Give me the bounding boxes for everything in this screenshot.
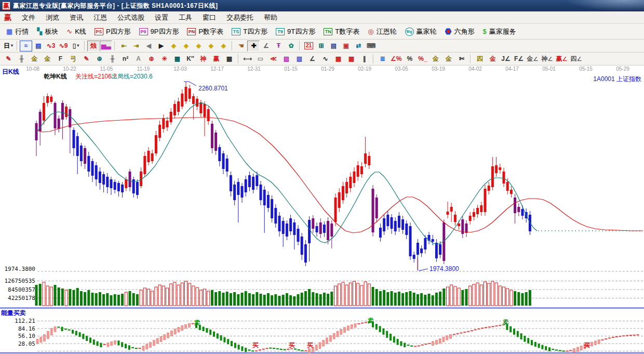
f-angle-tool[interactable]: F∠ (512, 54, 525, 64)
gann-box2-tool[interactable]: ▦ (345, 54, 358, 64)
si-tool[interactable]: 四 (473, 54, 486, 64)
cycle-tool-button[interactable]: ✿ (285, 41, 297, 51)
gann-box-tool[interactable]: ▦ (332, 54, 345, 64)
expand-chart-button[interactable]: ◈ (217, 41, 230, 51)
t-square-button[interactable]: TST四方形 (227, 25, 272, 38)
menu-item-1[interactable]: 浏览 (41, 11, 64, 24)
si-angle-tool[interactable]: 四∠ (569, 54, 583, 64)
width-tool[interactable]: ⟷ (241, 54, 254, 64)
percent-line-tool[interactable]: %_ (416, 54, 429, 64)
histogram-button[interactable]: ▅▃ (100, 41, 112, 51)
parallel-lines-tool[interactable]: ∥ (358, 54, 371, 64)
calendar-21-button[interactable]: 21 (302, 41, 315, 51)
menu-item-7[interactable]: 窗口 (197, 11, 221, 24)
terminal-button[interactable]: ⌨ (365, 41, 377, 51)
crosshair-button[interactable]: ✚ (247, 41, 260, 51)
angle-tool-button[interactable]: ∠ (260, 41, 272, 51)
fan-box2-tool[interactable]: ▧ (293, 54, 306, 64)
last-bar-button[interactable]: ⇥ (130, 41, 142, 51)
n2-grid-tool[interactable]: n² (119, 54, 132, 64)
period-day-button[interactable]: 日▾ (2, 41, 15, 51)
quotes-button[interactable]: ▦行情 (2, 25, 33, 38)
compress-chart-button[interactable]: ◈ (205, 41, 217, 51)
width-icon: ⟷ (243, 56, 252, 62)
angle-lines-tool[interactable]: ∠ (306, 54, 319, 64)
menu-item-0[interactable]: 文件 (17, 11, 41, 24)
menu-item-2[interactable]: 资讯 (64, 11, 88, 24)
candle-style-button[interactable]: ▯▾ (70, 41, 82, 51)
price-grid-tool[interactable]: ╫ (15, 54, 28, 64)
menu-item-4[interactable]: 公式选股 (112, 11, 150, 24)
mirror-tool[interactable]: A (132, 54, 145, 64)
ray-fan-tool[interactable]: ≪ (267, 54, 280, 64)
gold-angle-icon: 金∠ (527, 56, 538, 62)
pen-grid-tool[interactable]: ✎ (80, 54, 93, 64)
gold-grid2-tool[interactable]: 金 (41, 54, 54, 64)
p-number-table-icon: PN (187, 28, 196, 35)
hexagon-button[interactable]: 六角形 (441, 25, 479, 38)
zigzag-tool[interactable]: ∿ (319, 54, 332, 64)
percent-tool[interactable]: % (403, 54, 416, 64)
squeeze-right-button[interactable]: ◈ (180, 41, 192, 51)
notepad-button[interactable]: ▤ (327, 41, 340, 51)
next-bar-button[interactable]: ▶ (155, 41, 167, 51)
star-web-tool[interactable]: ✳ (158, 54, 171, 64)
k-notation-tool[interactable]: K″ (184, 54, 197, 64)
save-button[interactable]: ▣ (340, 41, 352, 51)
prev-bar-button[interactable]: ◀ (142, 41, 155, 51)
t-number-table-button[interactable]: TNT数字表 (319, 25, 364, 38)
web-box-tool[interactable]: ▩ (171, 54, 184, 64)
p-square-button[interactable]: PSP四方形 (90, 25, 135, 38)
expand-horizontal-button[interactable]: ◈ (192, 41, 205, 51)
menu-item-3[interactable]: 江恩 (88, 11, 112, 24)
shen-tool[interactable]: 神 (197, 54, 210, 64)
menu-item-9[interactable]: 帮助 (259, 11, 283, 24)
gold-grid-tool[interactable]: 金 (28, 54, 41, 64)
p-number-table-button[interactable]: PNP数字表 (183, 25, 227, 38)
winner-wheel-button[interactable]: Big赢家轮 (401, 25, 441, 38)
circle-grid-tool[interactable]: ⊕ (93, 54, 106, 64)
pan-hand-button[interactable]: ☚ (235, 41, 247, 51)
menu-item-6[interactable]: 工具 (173, 11, 197, 24)
scissors-tool[interactable]: ✄ (455, 54, 468, 64)
j-angle-tool[interactable]: J∠ (499, 54, 512, 64)
ying-tool[interactable]: 赢 (210, 54, 223, 64)
kline-chart[interactable]: 卖卖卖买买买买2260.87011974.3800 (0, 65, 644, 354)
wave-chart-button[interactable]: ≈ (20, 41, 32, 51)
9p-square-button[interactable]: P99P四方形 (135, 25, 183, 38)
next-bar-icon: ▶ (159, 43, 164, 49)
chart-area[interactable]: 10-0810-2211-0511-1912-0312-1712-3101-15… (0, 65, 644, 354)
target-tool[interactable]: ⊕ (145, 54, 158, 64)
small-kline-9-button[interactable]: ∿9 (57, 41, 70, 51)
kline-button[interactable]: ∿K线 (62, 25, 90, 38)
percent-angle-tool[interactable]: ∠% (389, 54, 403, 64)
winner-service-button[interactable]: $赢家服务 (479, 25, 520, 38)
retracement-tool[interactable]: ≣ (376, 54, 389, 64)
f-grid-tool[interactable]: F (54, 54, 67, 64)
sectors-button[interactable]: ▚板块 (33, 25, 62, 38)
golden-line-tool[interactable]: 金 (442, 54, 455, 64)
info-list-button[interactable]: ▤ (32, 41, 45, 51)
small-kline-3-button[interactable]: ∿3 (45, 41, 57, 51)
network-button[interactable]: ⇄ (352, 41, 365, 51)
fan-box-tool[interactable]: ▨ (280, 54, 293, 64)
plain-grid-tool[interactable]: ╫ (106, 54, 119, 64)
ying-angle-tool[interactable]: 赢∠ (554, 54, 569, 64)
box-tool[interactable]: ▭ (254, 54, 267, 64)
pen-tool[interactable]: ✎ (2, 54, 15, 64)
golden-circle-tool[interactable]: 金 (429, 54, 442, 64)
shen-angle-tool[interactable]: 神∠ (540, 54, 554, 64)
menu-item-5[interactable]: 设置 (150, 11, 173, 24)
spiral-grid-tool[interactable]: 弓 (67, 54, 80, 64)
gann-wheel-button[interactable]: ◎江恩轮 (364, 25, 400, 38)
menu-item-8[interactable]: 交易委托 (221, 11, 259, 24)
gold-angle-tool[interactable]: 金∠ (525, 54, 540, 64)
squeeze-left-button[interactable]: ◈ (167, 41, 180, 51)
ruler-grid-tool[interactable]: ▦ (223, 54, 236, 64)
gann-tool-button[interactable]: Ŧ (272, 41, 285, 51)
flame-chart-button[interactable]: 烛 (87, 41, 100, 51)
gold-angle-entry-tool[interactable]: 金 (486, 54, 499, 64)
calculator-button[interactable]: ⊞ (315, 41, 327, 51)
9t-square-button[interactable]: T99T四方形 (272, 25, 319, 38)
first-bar-button[interactable]: ⇤ (117, 41, 130, 51)
